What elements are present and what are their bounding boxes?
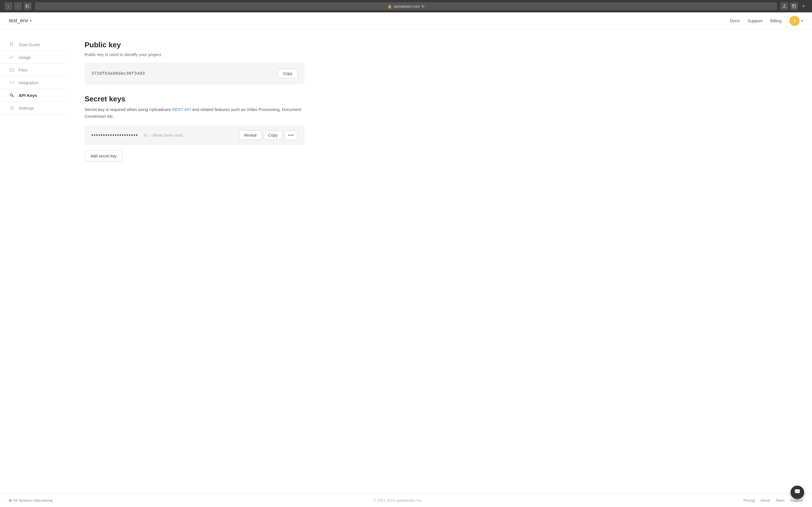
browser-chrome: ‹ › 🔒 uploadcare.com ↻ +: [0, 0, 812, 12]
copy-public-key-button[interactable]: Copy: [278, 69, 298, 78]
billing-link[interactable]: Billing: [770, 18, 781, 23]
footer-center: © 2011-2019 Uploadcare, Inc.: [373, 498, 423, 503]
sidebar-label-integration: Integration: [18, 80, 39, 85]
sidebar-item-files[interactable]: Files: [0, 64, 68, 76]
public-key-box: 3726fb3a88dac38f34d3 Copy: [85, 62, 305, 84]
svg-rect-5: [793, 5, 794, 6]
key-icon: [9, 93, 15, 98]
secret-key-dots: ••••••••••••••••••••: [91, 132, 138, 138]
lock-icon: 🔒: [388, 4, 392, 8]
browser-url: uploadcare.com: [394, 4, 420, 8]
secret-keys-section: Secret keys Secret key is required when …: [85, 95, 305, 161]
flag-icon: [9, 42, 15, 47]
reveal-secret-key-button[interactable]: Reveal: [239, 130, 261, 140]
browser-sidebar-button[interactable]: [24, 2, 32, 10]
secret-key-desc-start: Secret key is required when using Upload…: [85, 107, 172, 112]
secret-key-meta: #1 – Never been used: [144, 133, 234, 137]
chat-widget[interactable]: [791, 486, 804, 499]
footer-about-link[interactable]: About: [760, 498, 770, 503]
gear-icon: [9, 105, 15, 111]
sidebar-item-usage[interactable]: Usage: [0, 51, 68, 64]
reload-icon: ↻: [421, 4, 424, 8]
app-body: Start Guide Usage Files: [0, 29, 812, 494]
project-dropdown-arrow[interactable]: ▾: [30, 19, 32, 23]
browser-right-buttons: +: [780, 2, 808, 10]
sidebar-item-integration[interactable]: Integration: [0, 76, 68, 89]
svg-point-11: [798, 491, 799, 492]
project-name[interactable]: test_env: [9, 18, 28, 24]
secret-keys-title: Secret keys: [85, 95, 305, 103]
svg-point-10: [797, 491, 798, 492]
browser-forward-button[interactable]: ›: [14, 2, 22, 10]
folder-icon: [9, 67, 15, 73]
copy-secret-key-button[interactable]: Copy: [264, 130, 283, 140]
main-content: Public key Public key is used to identif…: [68, 29, 321, 494]
browser-address-bar[interactable]: 🔒 uploadcare.com ↻: [35, 2, 777, 10]
public-key-value: 3726fb3a88dac38f34d3: [91, 71, 145, 76]
sidebar: Start Guide Usage Files: [0, 29, 68, 494]
chat-icon: [794, 489, 801, 496]
footer-left: All Systems Operational: [9, 498, 53, 503]
user-avatar[interactable]: I: [790, 16, 800, 26]
footer-team-link[interactable]: Team: [776, 498, 784, 503]
status-text: All Systems Operational: [13, 498, 53, 503]
docs-link[interactable]: Docs: [730, 18, 740, 23]
add-secret-key-button[interactable]: Add secret key: [85, 151, 123, 161]
sidebar-label-usage: Usage: [18, 55, 31, 60]
svg-rect-2: [28, 6, 30, 6]
browser-window-button[interactable]: [790, 2, 798, 10]
sidebar-label-api-keys: API Keys: [18, 93, 37, 98]
chart-icon: [9, 54, 15, 60]
sidebar-label-files: Files: [18, 68, 28, 72]
more-options-button[interactable]: •••: [285, 130, 298, 140]
app-footer: All Systems Operational © 2011-2019 Uplo…: [0, 494, 812, 507]
secret-key-description: Secret key is required when using Upload…: [85, 106, 305, 120]
public-key-description: Public key is used to identify your proj…: [85, 52, 305, 57]
svg-point-7: [11, 107, 13, 109]
secret-key-box: •••••••••••••••••••• #1 – Never been use…: [85, 125, 305, 145]
sidebar-item-start-guide[interactable]: Start Guide: [0, 38, 68, 51]
secret-key-actions: Reveal Copy •••: [239, 130, 298, 140]
browser-nav-buttons: ‹ ›: [4, 2, 32, 10]
browser-new-tab-button[interactable]: +: [800, 2, 808, 10]
browser-back-button[interactable]: ‹: [4, 2, 12, 10]
browser-share-button[interactable]: [780, 2, 788, 10]
footer-right: Pricing About Team Support: [744, 498, 803, 503]
footer-pricing-link[interactable]: Pricing: [744, 498, 755, 503]
code-icon: [9, 80, 15, 86]
svg-point-9: [796, 491, 797, 492]
header-right: Docs Support Billing I ▾: [730, 16, 803, 26]
sidebar-label-settings: Settings: [18, 106, 34, 110]
sidebar-label-start-guide: Start Guide: [18, 42, 40, 47]
status-dot: [9, 499, 11, 502]
svg-rect-1: [28, 4, 30, 5]
header-left: test_env ▾: [9, 18, 32, 24]
sidebar-item-api-keys[interactable]: API Keys: [0, 89, 68, 102]
avatar-dropdown[interactable]: I ▾: [790, 16, 803, 26]
rest-api-link[interactable]: REST API: [172, 107, 191, 112]
svg-rect-3: [28, 7, 30, 8]
svg-rect-0: [26, 4, 27, 8]
app-header: test_env ▾ Docs Support Billing I ▾: [0, 12, 812, 29]
sidebar-item-settings[interactable]: Settings: [0, 102, 68, 114]
copyright-text: © 2011-2019 Uploadcare, Inc.: [373, 498, 423, 503]
public-key-title: Public key: [85, 41, 305, 49]
avatar-dropdown-arrow: ▾: [801, 19, 803, 23]
support-link[interactable]: Support: [748, 18, 762, 23]
